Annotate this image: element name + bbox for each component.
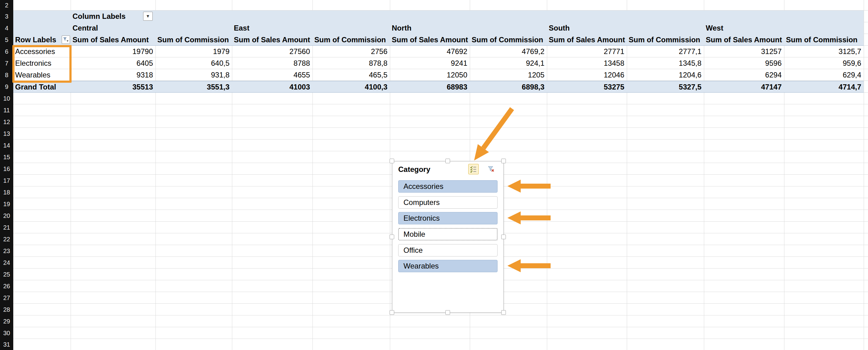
row-number[interactable]: 14: [0, 140, 13, 151]
pivot-value-cell[interactable]: 27771: [547, 46, 627, 57]
row-number[interactable]: 7: [0, 57, 13, 69]
category-slicer[interactable]: Category Accessories Computers Electroni…: [392, 161, 504, 313]
row-number[interactable]: 5: [0, 34, 13, 46]
column-labels-dropdown-button[interactable]: ▼: [143, 12, 153, 21]
row-number[interactable]: 8: [0, 69, 13, 81]
row-number[interactable]: 21: [0, 222, 13, 233]
pivot-value-header[interactable]: Sum of Sales Amount: [704, 34, 784, 46]
row-number[interactable]: 3: [0, 10, 13, 22]
pivot-region-header[interactable]: West: [704, 22, 784, 34]
pivot-value-cell[interactable]: 465,5: [312, 69, 390, 81]
row-number[interactable]: 24: [0, 257, 13, 268]
pivot-value-cell[interactable]: 1205: [470, 69, 547, 81]
pivot-region-header[interactable]: North: [390, 22, 470, 34]
pivot-value-cell[interactable]: 12046: [547, 69, 627, 81]
slicer-resize-handle-bottom-right[interactable]: [501, 310, 506, 315]
pivot-grand-total-cell[interactable]: 53275: [547, 81, 627, 93]
row-number[interactable]: 9: [0, 81, 13, 93]
slicer-item-electronics[interactable]: Electronics: [398, 212, 498, 224]
pivot-value-cell[interactable]: 19790: [71, 46, 155, 57]
pivot-value-cell[interactable]: 640,5: [155, 57, 232, 69]
pivot-value-header[interactable]: Sum of Commission: [312, 34, 390, 46]
row-number[interactable]: 19: [0, 198, 13, 210]
pivot-grand-total-cell[interactable]: 5327,5: [627, 81, 704, 93]
pivot-value-cell[interactable]: 6294: [704, 69, 784, 81]
row-number[interactable]: 22: [0, 233, 13, 245]
row-number[interactable]: 6: [0, 46, 13, 57]
pivot-grand-total-cell[interactable]: 68983: [390, 81, 470, 93]
pivot-value-cell[interactable]: 13458: [547, 57, 627, 69]
pivot-value-cell[interactable]: 12050: [390, 69, 470, 81]
slicer-multi-select-button[interactable]: [468, 164, 479, 174]
row-number[interactable]: 4: [0, 22, 13, 34]
row-number[interactable]: 26: [0, 280, 13, 292]
row-number[interactable]: 23: [0, 245, 13, 257]
row-number[interactable]: 27: [0, 292, 13, 304]
row-number[interactable]: 15: [0, 151, 13, 163]
pivot-value-cell[interactable]: 3125,7: [784, 46, 864, 57]
pivot-value-cell[interactable]: 629,4: [784, 69, 864, 81]
pivot-value-cell[interactable]: 2777,1: [627, 46, 704, 57]
pivot-value-cell[interactable]: 4769,2: [470, 46, 547, 57]
slicer-item-office[interactable]: Office: [398, 244, 498, 257]
slicer-item-mobile[interactable]: Mobile: [398, 228, 498, 240]
row-number[interactable]: 11: [0, 104, 13, 116]
pivot-value-cell[interactable]: 8788: [232, 57, 312, 69]
pivot-grand-total-cell[interactable]: 47147: [704, 81, 784, 93]
pivot-value-cell[interactable]: 1345,8: [627, 57, 704, 69]
pivot-value-cell[interactable]: 9241: [390, 57, 470, 69]
row-number[interactable]: 12: [0, 116, 13, 128]
row-number[interactable]: 20: [0, 210, 13, 222]
row-number[interactable]: 29: [0, 315, 13, 327]
pivot-value-cell[interactable]: 4655: [232, 69, 312, 81]
pivot-grand-total-cell[interactable]: 4714,7: [784, 81, 864, 93]
pivot-value-cell[interactable]: 924,1: [470, 57, 547, 69]
pivot-column-labels-cell[interactable]: Column Labels: [71, 10, 155, 22]
slicer-resize-handle-middle-left[interactable]: [390, 235, 394, 239]
row-number[interactable]: 10: [0, 93, 13, 104]
slicer-resize-handle-bottom-left[interactable]: [390, 310, 394, 315]
slicer-resize-handle-middle-right[interactable]: [501, 235, 506, 239]
pivot-value-header[interactable]: Sum of Commission: [627, 34, 704, 46]
pivot-value-cell[interactable]: 27560: [232, 46, 312, 57]
pivot-grand-total-cell[interactable]: 3551,3: [155, 81, 232, 93]
pivot-value-cell[interactable]: 47692: [390, 46, 470, 57]
pivot-grand-total-label[interactable]: Grand Total: [13, 81, 71, 93]
row-number[interactable]: 18: [0, 186, 13, 198]
pivot-value-header[interactable]: Sum of Sales Amount: [390, 34, 470, 46]
slicer-item-computers[interactable]: Computers: [398, 196, 498, 209]
pivot-value-header[interactable]: Sum of Commission: [155, 34, 232, 46]
pivot-value-cell[interactable]: 31257: [704, 46, 784, 57]
row-number[interactable]: 30: [0, 327, 13, 339]
slicer-resize-handle-top-left[interactable]: [390, 158, 394, 163]
row-number[interactable]: 17: [0, 175, 13, 186]
pivot-value-header[interactable]: Sum of Sales Amount: [232, 34, 312, 46]
pivot-value-header[interactable]: Sum of Commission: [784, 34, 864, 46]
slicer-item-accessories[interactable]: Accessories: [398, 180, 498, 193]
pivot-grand-total-cell[interactable]: 41003: [232, 81, 312, 93]
row-number[interactable]: 31: [0, 339, 13, 350]
row-number[interactable]: 28: [0, 304, 13, 315]
pivot-value-cell[interactable]: 931,8: [155, 69, 232, 81]
pivot-value-cell[interactable]: 6405: [71, 57, 155, 69]
pivot-value-cell[interactable]: 878,8: [312, 57, 390, 69]
pivot-region-header[interactable]: South: [547, 22, 627, 34]
row-number[interactable]: 2: [0, 0, 13, 10]
pivot-value-cell[interactable]: 9318: [71, 69, 155, 81]
pivot-value-cell[interactable]: 1979: [155, 46, 232, 57]
pivot-value-header[interactable]: Sum of Commission: [470, 34, 547, 46]
row-number[interactable]: 13: [0, 128, 13, 140]
pivot-region-header[interactable]: East: [232, 22, 312, 34]
row-labels-filter-button[interactable]: [62, 35, 70, 44]
pivot-value-cell[interactable]: 1204,6: [627, 69, 704, 81]
pivot-value-cell[interactable]: 2756: [312, 46, 390, 57]
slicer-resize-handle-top-right[interactable]: [501, 158, 506, 163]
pivot-value-header[interactable]: Sum of Sales Amount: [547, 34, 627, 46]
slicer-resize-handle-bottom-middle[interactable]: [445, 310, 450, 315]
slicer-clear-filter-button[interactable]: [486, 164, 496, 174]
pivot-grand-total-cell[interactable]: 4100,3: [312, 81, 390, 93]
row-number[interactable]: 16: [0, 163, 13, 175]
pivot-value-cell[interactable]: 959,6: [784, 57, 864, 69]
slicer-resize-handle-top-middle[interactable]: [445, 158, 450, 163]
pivot-grand-total-cell[interactable]: 6898,3: [470, 81, 547, 93]
